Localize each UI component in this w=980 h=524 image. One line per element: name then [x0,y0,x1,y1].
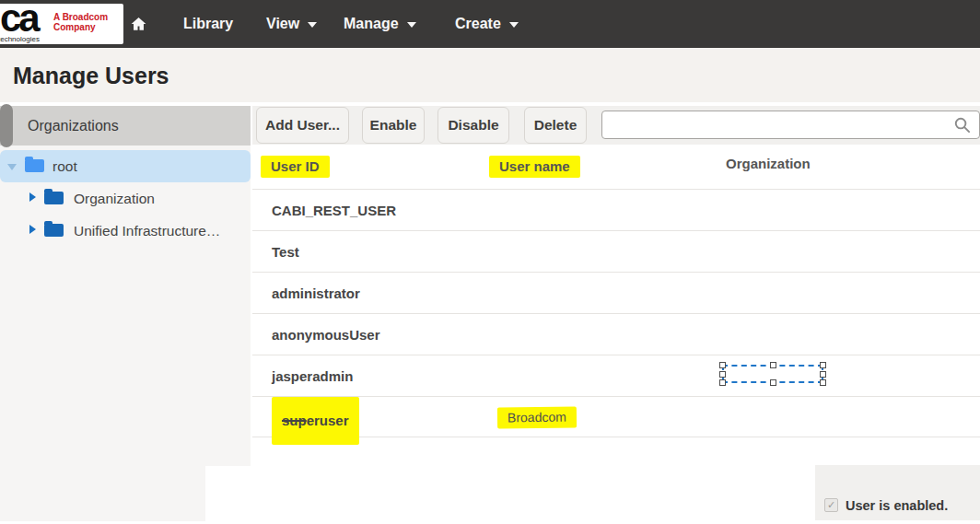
tree-item-root[interactable]: root [0,150,251,182]
user-id-cell: administrator [272,285,360,301]
table-row-cabi-rest-user[interactable]: CABI_REST_USER [252,189,980,230]
marquee-handle[interactable] [820,379,826,386]
marquee-handle[interactable] [719,371,726,378]
user-id-cell: Test [272,244,299,260]
users-table: User ID User name Organization CABI_REST… [252,145,980,437]
search-icon[interactable] [953,116,971,134]
title-strip: Manage Users [0,48,980,104]
marquee-handle[interactable] [820,371,826,378]
users-table-header: User ID User name Organization [252,145,980,189]
folder-icon [44,192,64,204]
user-id-cell-struck-part: sup [282,413,307,428]
tree-item-label: root [52,150,77,182]
marquee-handle[interactable] [770,362,776,368]
nav-create[interactable]: Create [455,0,519,48]
home-icon[interactable] [130,16,147,32]
user-id-cell: CABI_REST_USER [272,203,396,218]
caret-down-icon[interactable] [7,164,17,170]
nav-library[interactable]: Library [183,0,233,48]
yellow-highlight: superuser [272,397,359,445]
tree-item-unified-infrastructure[interactable]: Unified Infrastructure… [0,215,251,247]
column-header-organization[interactable]: Organization [726,156,811,171]
user-enabled-panel: ✓ User is enabled. [815,465,980,520]
folder-icon [25,159,44,172]
yellow-highlight: Broadcom [497,406,577,428]
content-area: Organizations root Organization Unified … [0,104,980,524]
panel-drag-handle[interactable] [0,104,13,147]
caret-down-icon [308,22,317,28]
user-id-cell: anonymousUser [272,327,380,343]
search-box [601,111,980,139]
logo-tagline: A Broadcom Company [53,12,108,32]
column-header-user-id[interactable]: User ID [261,156,330,178]
marquee-handle[interactable] [770,379,776,386]
left-panel-lower-background [0,466,205,521]
user-name-cell: Broadcom [497,397,577,438]
caret-down-icon [407,22,416,28]
users-toolbar: Add User... Enable Disable Delete [252,106,980,145]
table-row-superuser[interactable]: superuser Broadcom [252,396,980,437]
table-row-jasperadmin[interactable]: jasperadmin [252,355,980,396]
organizations-header-bar: Organizations [0,106,251,146]
table-row-test[interactable]: Test [252,230,980,272]
marquee-handle[interactable] [719,362,726,368]
table-row-administrator[interactable]: administrator [252,272,980,313]
nav-manage[interactable]: Manage [344,0,416,48]
tree-item-label: Unified Infrastructure… [74,215,220,247]
user-enabled-label: User is enabled. [846,498,948,513]
caret-down-icon [509,22,519,28]
search-input[interactable] [601,111,980,139]
nav-view[interactable]: View [266,0,317,48]
user-id-cell: jasperadmin [272,368,353,384]
ca-broadcom-logo: ca technologies A Broadcom Company [0,4,123,44]
organizations-tree: root Organization Unified Infrastructure… [0,146,251,247]
selection-marquee[interactable] [722,365,823,383]
organizations-panel: Organizations root Organization Unified … [0,106,251,466]
user-enabled-checkbox[interactable]: ✓ [824,498,838,512]
organizations-header-label: Organizations [28,106,119,146]
disable-button[interactable]: Disable [438,107,509,144]
enable-button[interactable]: Enable [362,107,425,144]
tree-item-organization[interactable]: Organization [0,182,251,215]
column-header-user-name[interactable]: User name [489,156,580,178]
yellow-highlight: User ID [261,156,330,178]
marquee-handle[interactable] [719,379,726,386]
caret-right-icon[interactable] [29,192,36,202]
yellow-highlight: User name [489,156,580,178]
marquee-handle[interactable] [820,362,826,368]
top-navbar: ca technologies A Broadcom Company Libra… [0,0,980,48]
tree-item-label: Organization [74,182,155,215]
caret-right-icon[interactable] [29,225,36,234]
logo-sub-text: technologies [0,35,40,43]
user-id-cell: eruser [307,413,349,428]
delete-button[interactable]: Delete [524,107,587,144]
folder-icon [44,224,64,237]
page-title: Manage Users [13,63,169,89]
add-user-button[interactable]: Add User... [256,107,349,144]
table-row-anonymoususer[interactable]: anonymousUser [252,313,980,355]
